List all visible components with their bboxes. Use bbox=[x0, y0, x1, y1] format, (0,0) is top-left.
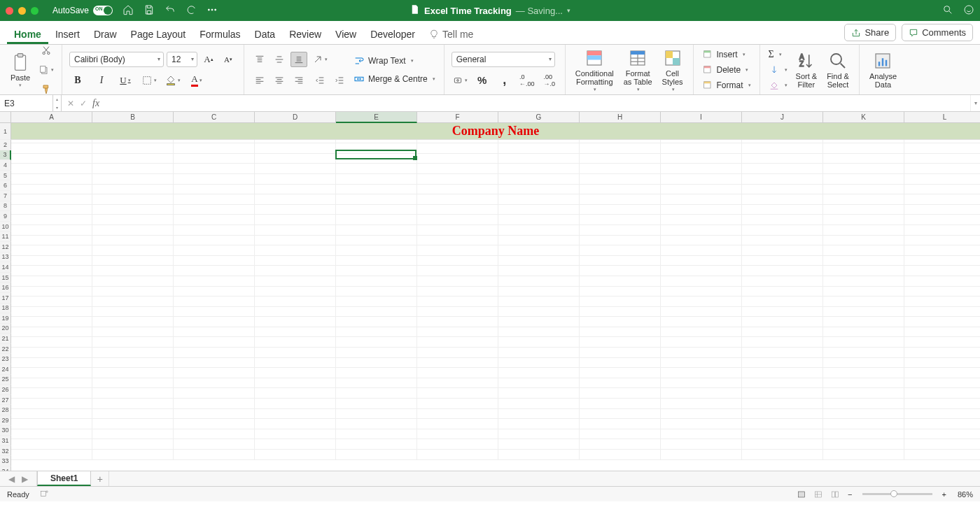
redo-icon[interactable] bbox=[186, 4, 197, 17]
tab-draw[interactable]: Draw bbox=[87, 23, 124, 44]
column-headers[interactable]: ABCDEFGHIJKL bbox=[11, 112, 980, 123]
bold-button[interactable]: B bbox=[69, 73, 86, 88]
decrease-font-icon[interactable]: A▾ bbox=[220, 52, 237, 67]
expand-formula-bar[interactable]: ▾ bbox=[970, 95, 980, 111]
name-box-spinner[interactable]: ▴▾ bbox=[53, 95, 62, 111]
save-icon[interactable] bbox=[144, 4, 155, 17]
sort-filter-button[interactable]: AZ Sort & Filter bbox=[793, 49, 820, 90]
delete-cells-button[interactable]: Delete bbox=[701, 64, 752, 76]
undo-icon[interactable] bbox=[164, 4, 176, 17]
row-headers[interactable]: 1234567891011121314151617181920212223242… bbox=[0, 123, 11, 471]
sheet-nav[interactable]: ◀▶ bbox=[0, 471, 37, 486]
zoom-level[interactable]: 86% bbox=[958, 490, 973, 499]
accept-formula-icon[interactable]: ✓ bbox=[80, 99, 87, 108]
tab-home[interactable]: Home bbox=[7, 23, 48, 44]
cut-icon[interactable] bbox=[38, 43, 55, 58]
group-alignment: Wrap Text Merge & Centre bbox=[244, 45, 444, 94]
clear-button[interactable] bbox=[767, 79, 789, 92]
tab-formulas[interactable]: Formulas bbox=[192, 23, 247, 44]
document-title: Excel Time Tracking bbox=[424, 6, 512, 16]
italic-button[interactable]: I bbox=[93, 73, 110, 88]
tab-review[interactable]: Review bbox=[282, 23, 328, 44]
font-name-select[interactable]: Calibri (Body) bbox=[69, 52, 164, 67]
align-right-icon[interactable] bbox=[290, 73, 307, 88]
wrap-text-button[interactable]: Wrap Text bbox=[352, 55, 437, 67]
autosum-button[interactable]: Σ bbox=[767, 48, 789, 61]
accounting-icon[interactable] bbox=[451, 73, 468, 88]
merged-header-row-1[interactable]: Company Name bbox=[11, 123, 980, 140]
fx-icon[interactable]: fx bbox=[92, 98, 99, 109]
align-bottom-icon[interactable] bbox=[290, 52, 307, 67]
zoom-in-button[interactable]: + bbox=[939, 490, 949, 499]
comments-button[interactable]: Comments bbox=[902, 24, 973, 41]
align-middle-icon[interactable] bbox=[271, 52, 288, 67]
number-format-select[interactable]: General bbox=[451, 52, 555, 67]
smiley-icon[interactable] bbox=[963, 4, 974, 17]
format-cells-button[interactable]: Format bbox=[701, 79, 752, 92]
cancel-formula-icon[interactable]: ✕ bbox=[67, 99, 74, 108]
svg-point-4 bbox=[965, 6, 973, 14]
group-cells: Insert Delete Format bbox=[694, 45, 760, 94]
paste-button[interactable]: Paste ▾ bbox=[7, 50, 34, 90]
cells[interactable]: Company Name bbox=[11, 123, 980, 460]
font-color-icon[interactable]: A bbox=[188, 73, 205, 88]
spreadsheet-grid[interactable]: ABCDEFGHIJKL 123456789101112131415161718… bbox=[0, 112, 980, 471]
tab-developer[interactable]: Developer bbox=[363, 23, 422, 44]
underline-button[interactable]: U bbox=[117, 73, 134, 88]
cell-styles-button[interactable]: Cell Styles bbox=[659, 46, 686, 94]
find-select-button[interactable]: Find & Select bbox=[824, 49, 852, 90]
align-left-icon[interactable] bbox=[251, 73, 268, 88]
autosave-toggle[interactable]: AutoSave bbox=[52, 6, 113, 15]
borders-icon[interactable] bbox=[141, 73, 158, 88]
view-normal-icon[interactable] bbox=[794, 489, 808, 500]
fill-button[interactable] bbox=[767, 64, 789, 76]
align-center-icon[interactable] bbox=[271, 73, 288, 88]
home-icon[interactable] bbox=[122, 4, 134, 17]
toggle-switch[interactable] bbox=[93, 6, 113, 15]
more-icon[interactable] bbox=[206, 4, 218, 17]
increase-decimal-icon[interactable]: .0←.00 bbox=[519, 73, 536, 88]
add-sheet-button[interactable]: + bbox=[91, 471, 109, 486]
tab-page-layout[interactable]: Page Layout bbox=[124, 23, 193, 44]
comma-icon[interactable]: , bbox=[496, 73, 513, 88]
tab-data[interactable]: Data bbox=[248, 23, 283, 44]
analyse-data-button[interactable]: Analyse Data bbox=[867, 49, 899, 90]
insert-cells-button[interactable]: Insert bbox=[701, 48, 752, 61]
font-size-select[interactable]: 12 bbox=[167, 52, 197, 67]
select-all-corner[interactable] bbox=[0, 112, 11, 123]
merge-centre-label: Merge & Centre bbox=[368, 74, 428, 84]
group-clipboard: Paste ▾ bbox=[0, 45, 62, 94]
maximize-window[interactable] bbox=[31, 7, 38, 15]
share-label: Share bbox=[864, 27, 889, 38]
tab-insert[interactable]: Insert bbox=[48, 23, 87, 44]
percent-icon[interactable]: % bbox=[474, 73, 491, 88]
view-page-break-icon[interactable] bbox=[828, 489, 842, 500]
tell-me[interactable]: Tell me bbox=[422, 23, 480, 44]
tell-me-label: Tell me bbox=[442, 29, 473, 40]
view-page-layout-icon[interactable] bbox=[811, 489, 825, 500]
share-button[interactable]: Share bbox=[844, 24, 896, 41]
zoom-slider[interactable] bbox=[862, 493, 932, 495]
decrease-indent-icon[interactable] bbox=[312, 73, 328, 88]
orientation-icon[interactable] bbox=[312, 52, 328, 67]
search-icon[interactable] bbox=[942, 4, 953, 17]
tab-view[interactable]: View bbox=[328, 23, 363, 44]
align-top-icon[interactable] bbox=[251, 52, 268, 67]
conditional-formatting-button[interactable]: Conditional Formatting bbox=[573, 46, 617, 94]
svg-rect-17 bbox=[587, 51, 601, 55]
increase-font-icon[interactable]: A▴ bbox=[200, 52, 217, 67]
fill-color-icon[interactable] bbox=[164, 73, 181, 88]
decrease-decimal-icon[interactable]: .00→.0 bbox=[541, 73, 558, 88]
formula-input[interactable] bbox=[105, 95, 970, 111]
close-window[interactable] bbox=[6, 7, 13, 15]
merge-centre-button[interactable]: Merge & Centre bbox=[352, 73, 437, 85]
macro-record-icon[interactable] bbox=[39, 489, 49, 500]
sheet-tab-1[interactable]: Sheet1 bbox=[37, 471, 91, 486]
format-as-table-button[interactable]: Format as Table bbox=[621, 46, 655, 94]
minimize-window[interactable] bbox=[18, 7, 26, 15]
name-box[interactable]: E3 bbox=[0, 95, 53, 111]
chevron-down-icon[interactable]: ▾ bbox=[567, 7, 570, 14]
increase-indent-icon[interactable] bbox=[331, 73, 348, 88]
zoom-out-button[interactable]: − bbox=[845, 490, 855, 499]
copy-icon[interactable] bbox=[38, 62, 55, 78]
